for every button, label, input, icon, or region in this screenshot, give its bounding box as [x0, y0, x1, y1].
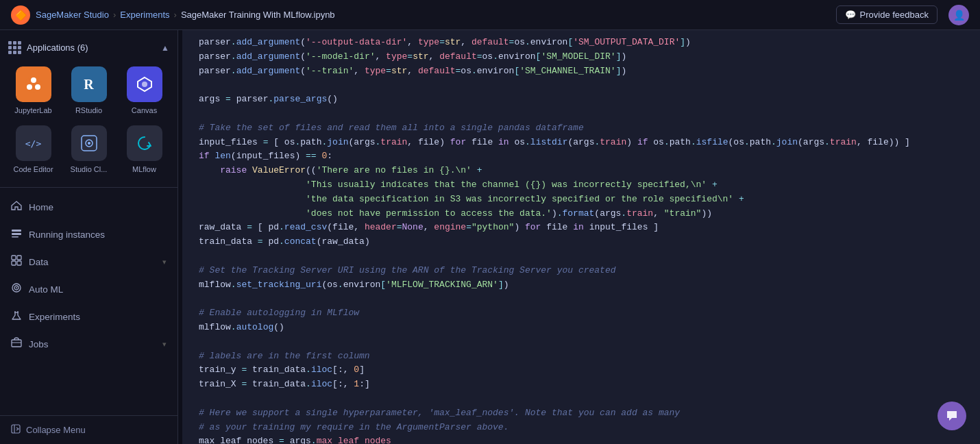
studiocl-label: Studio Cl...: [71, 165, 108, 173]
svg-point-3: [35, 84, 40, 90]
sidebar-item-experiments[interactable]: Experiments: [0, 303, 177, 330]
svg-point-1: [31, 77, 36, 83]
breadcrumb: SageMaker Studio › Experiments › SageMak…: [36, 10, 335, 20]
svg-point-2: [27, 84, 32, 90]
sidebar-home-label: Home: [29, 202, 53, 212]
breadcrumb-experiments[interactable]: Experiments: [120, 10, 169, 20]
code-area: parser.add_argument('--output-data-dir',…: [182, 30, 980, 444]
apps-collapse-chevron[interactable]: ▲: [161, 43, 169, 53]
app-jupyterlab[interactable]: JupyterLab: [8, 64, 58, 117]
main-layout: Applications (6) ▲ JupyterLab R RStudio: [0, 30, 980, 444]
apps-section: Applications (6) ▲ JupyterLab R RStudio: [0, 30, 177, 188]
app-studiocl[interactable]: Studio Cl...: [64, 123, 114, 176]
rstudio-label: RStudio: [75, 106, 102, 114]
apps-title-label: Applications (6): [27, 42, 88, 53]
feedback-label: Provide feedback: [860, 10, 929, 20]
data-chevron-icon: ▾: [162, 258, 167, 267]
data-icon: [11, 255, 22, 269]
sidebar-experiments-label: Experiments: [29, 312, 80, 322]
svg-rect-12: [17, 256, 21, 260]
nav-section: Home Running instances Data ▾ Auto M: [0, 188, 177, 415]
sidebar-item-automl[interactable]: Auto ML: [0, 275, 177, 303]
sidebar-data-label: Data: [29, 257, 49, 267]
feedback-button[interactable]: 💬 Provide feedback: [836, 5, 938, 24]
jobs-icon: [11, 337, 22, 351]
svg-rect-10: [12, 236, 19, 238]
sidebar-item-running-instances[interactable]: Running instances: [0, 221, 177, 248]
apps-grid-icon: [8, 41, 21, 54]
svg-point-17: [16, 287, 17, 288]
codeeditor-icon: </>: [16, 125, 51, 161]
sidebar-item-jobs[interactable]: Jobs ▾: [0, 330, 177, 358]
breadcrumb-sagemaker-studio[interactable]: SageMaker Studio: [36, 10, 109, 20]
topbar-left: 🔶 SageMaker Studio › Experiments › SageM…: [11, 5, 335, 25]
svg-point-7: [88, 142, 90, 145]
topbar: 🔶 SageMaker Studio › Experiments › SageM…: [0, 0, 980, 30]
svg-point-4: [142, 82, 147, 87]
code-scroll[interactable]: parser.add_argument('--output-data-dir',…: [182, 30, 980, 444]
app-rstudio[interactable]: R RStudio: [64, 64, 114, 117]
breadcrumb-sep-1: ›: [113, 10, 116, 20]
svg-rect-8: [12, 230, 21, 232]
canvas-icon: [127, 66, 162, 102]
svg-rect-13: [12, 261, 16, 265]
jupyterlab-label: JupyterLab: [14, 106, 51, 114]
app-mlflow[interactable]: MLflow: [119, 123, 169, 176]
mlflow-icon: [127, 125, 162, 161]
collapse-menu-button[interactable]: Collapse Menu: [0, 415, 177, 444]
codeeditor-label: Code Editor: [13, 165, 53, 173]
collapse-label: Collapse Menu: [26, 425, 86, 435]
feedback-icon: 💬: [845, 10, 856, 20]
svg-rect-11: [12, 256, 16, 260]
apps-header: Applications (6) ▲: [8, 41, 169, 54]
code-content: parser.add_argument('--output-data-dir',…: [182, 36, 980, 444]
chat-bubble-button[interactable]: [938, 402, 966, 430]
home-icon: [11, 200, 22, 214]
apps-title[interactable]: Applications (6): [8, 41, 88, 54]
svg-rect-9: [12, 233, 21, 235]
breadcrumb-current: SageMaker Training With MLflow.ipynb: [181, 10, 335, 20]
apps-grid: JupyterLab R RStudio Canvas </> Code Edi…: [8, 64, 169, 176]
jobs-chevron-icon: ▾: [162, 340, 167, 349]
topbar-right: 💬 Provide feedback 👤: [836, 5, 969, 25]
breadcrumb-sep-2: ›: [174, 10, 177, 20]
sidebar-automl-label: Auto ML: [29, 284, 63, 295]
sidebar-item-home[interactable]: Home: [0, 193, 177, 221]
sagemaker-logo: 🔶: [11, 5, 30, 25]
app-canvas[interactable]: Canvas: [119, 64, 169, 117]
experiments-icon: [11, 310, 22, 323]
studiocl-icon: [71, 125, 107, 161]
automl-icon: [11, 282, 22, 296]
svg-rect-14: [17, 261, 21, 265]
sidebar-running-instances-label: Running instances: [29, 230, 105, 240]
app-codeeditor[interactable]: </> Code Editor: [8, 123, 58, 176]
sidebar-jobs-label: Jobs: [29, 339, 49, 349]
rstudio-icon: R: [71, 66, 107, 102]
user-avatar[interactable]: 👤: [948, 5, 969, 25]
collapse-icon: [11, 424, 21, 436]
mlflow-label: MLflow: [132, 165, 156, 173]
svg-rect-19: [12, 340, 21, 347]
canvas-label: Canvas: [132, 106, 157, 114]
sidebar: Applications (6) ▲ JupyterLab R RStudio: [0, 30, 178, 444]
sidebar-item-data[interactable]: Data ▾: [0, 248, 177, 275]
jupyterlab-icon: [16, 66, 51, 102]
running-instances-icon: [11, 227, 22, 241]
